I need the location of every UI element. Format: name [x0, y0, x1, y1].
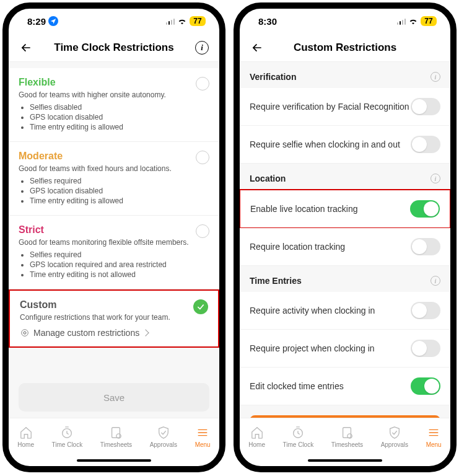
radio-unselected[interactable]	[196, 224, 209, 238]
cellular-icon	[397, 18, 406, 25]
tab-bar: Home Time Clock Timesheets Approvals Men…	[9, 418, 219, 455]
tab-home[interactable]: Home	[248, 426, 265, 448]
tab-timeclock[interactable]: Time Clock	[283, 426, 314, 448]
option-moderate[interactable]: Moderate Good for teams with fixed hours…	[9, 142, 219, 216]
info-icon[interactable]: i	[431, 72, 440, 82]
gear-icon	[20, 328, 30, 338]
page-title: Custom Restrictions	[266, 42, 424, 54]
status-bar: 8:30 77	[240, 9, 450, 33]
location-services-icon	[48, 16, 58, 26]
option-desc: Configure restrictions that work for you…	[20, 313, 208, 322]
content-area: Verification i Require verification by F…	[240, 62, 450, 418]
radio-unselected[interactable]	[196, 77, 209, 90]
wifi-icon	[177, 17, 187, 25]
toggle-require-location[interactable]	[411, 238, 440, 255]
back-button[interactable]	[248, 39, 266, 56]
radio-selected[interactable]	[193, 299, 208, 314]
tab-approvals[interactable]: Approvals	[381, 426, 408, 448]
tab-menu[interactable]: Menu	[426, 426, 442, 448]
tab-approvals[interactable]: Approvals	[150, 426, 177, 448]
cellular-icon	[166, 18, 175, 25]
status-time: 8:30	[258, 16, 277, 27]
row-facial-recognition: Require verification by Facial Recogniti…	[240, 88, 450, 126]
option-bullet: GPS location disabled	[30, 113, 209, 121]
wifi-icon	[408, 17, 418, 25]
info-button[interactable]: i	[193, 39, 211, 56]
row-project: Require project when clocking in	[240, 330, 450, 368]
section-time-entries: Time Entries i	[240, 266, 450, 292]
option-bullet: Time entry editing is allowed	[30, 123, 209, 131]
section-verification: Verification i	[240, 62, 450, 88]
toggle-live-location[interactable]	[410, 200, 440, 218]
tab-timesheets[interactable]: Timesheets	[100, 426, 132, 448]
row-activity: Require activity when clocking in	[240, 292, 450, 330]
battery-indicator: 77	[190, 16, 206, 26]
toggle-facial[interactable]	[411, 98, 440, 115]
option-custom[interactable]: Custom Configure restrictions that work …	[9, 289, 219, 348]
status-bar: 8:29 77	[9, 9, 219, 33]
radio-unselected[interactable]	[196, 151, 209, 164]
battery-indicator: 77	[421, 16, 437, 26]
home-indicator	[240, 455, 450, 466]
row-edit-entries: Edit clocked time entries	[240, 368, 450, 405]
svg-rect-4	[112, 427, 120, 438]
row-live-location: Enable live location tracking	[240, 189, 450, 229]
section-location: Location i	[240, 164, 450, 190]
nav-header: Custom Restrictions	[240, 33, 450, 62]
toggle-selfie[interactable]	[411, 136, 440, 153]
phone-left: 8:29 77 Time Clock Restrictions i Flexib…	[2, 2, 225, 472]
toggle-project[interactable]	[411, 340, 440, 357]
option-bullet: Selfies disabled	[30, 103, 209, 112]
option-bullet: Time entry editing is not allowed	[30, 270, 209, 279]
manage-label: Manage custom restrictions	[33, 328, 139, 338]
row-require-location: Require location tracking	[240, 228, 450, 266]
svg-rect-10	[343, 427, 351, 438]
status-time: 8:29	[27, 16, 46, 27]
option-flexible[interactable]: Flexible Good for teams with higher onsi…	[9, 68, 219, 142]
home-indicator	[9, 455, 219, 466]
back-button[interactable]	[17, 39, 35, 56]
tab-timesheets[interactable]: Timesheets	[331, 426, 363, 448]
info-icon[interactable]: i	[431, 276, 440, 286]
nav-header: Time Clock Restrictions i	[9, 33, 219, 62]
page-title: Time Clock Restrictions	[35, 42, 193, 54]
phone-right: 8:30 77 Custom Restrictions Verification…	[234, 2, 457, 472]
info-icon[interactable]: i	[431, 174, 440, 183]
option-title: Strict	[19, 224, 209, 236]
option-title: Custom	[20, 299, 208, 311]
svg-point-1	[22, 330, 28, 337]
save-button: Save	[19, 383, 209, 412]
option-bullet: GPS location disabled	[30, 187, 209, 195]
chevron-right-icon	[142, 329, 149, 336]
option-bullet: Selfies required	[30, 250, 209, 259]
save-label: Save	[103, 392, 125, 403]
tab-timeclock[interactable]: Time Clock	[52, 426, 83, 448]
option-bullet: GPS location required and area restricte…	[30, 260, 209, 269]
row-selfie: Require selfie when clocking in and out	[240, 126, 450, 164]
toggle-activity[interactable]	[411, 302, 440, 319]
tab-menu[interactable]: Menu	[195, 426, 211, 448]
option-desc: Good for teams monitoring flexible offsi…	[19, 238, 209, 247]
tab-bar: Home Time Clock Timesheets Approvals Men…	[240, 418, 450, 455]
option-title: Flexible	[19, 77, 209, 88]
option-bullet: Time entry editing is allowed	[30, 196, 209, 205]
option-bullet: Selfies required	[30, 177, 209, 185]
manage-custom-link[interactable]: Manage custom restrictions	[20, 328, 208, 338]
option-strict[interactable]: Strict Good for teams monitoring flexibl…	[9, 216, 219, 289]
tab-home[interactable]: Home	[17, 426, 34, 448]
svg-point-2	[24, 332, 26, 334]
option-title: Moderate	[19, 151, 209, 162]
content-area: Flexible Good for teams with higher onsi…	[9, 62, 219, 418]
option-desc: Good for teams with higher onsite autono…	[19, 90, 209, 99]
toggle-edit-entries[interactable]	[411, 377, 440, 395]
option-desc: Good for teams with fixed hours and loca…	[19, 164, 209, 173]
